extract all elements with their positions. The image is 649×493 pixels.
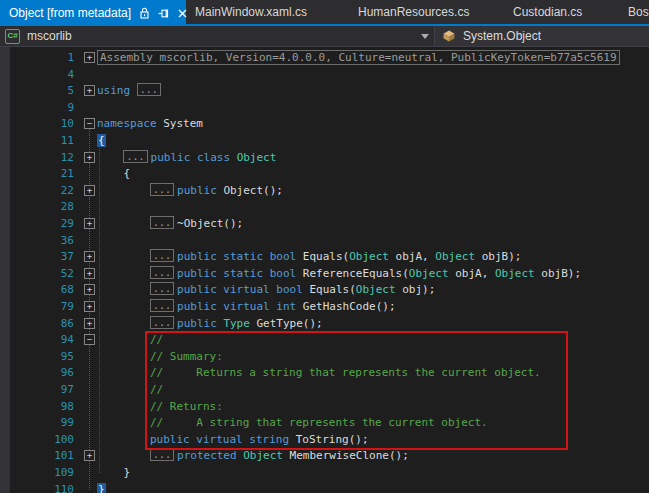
code-line[interactable]: 36: [0, 233, 649, 250]
collapsed-region-box[interactable]: ...: [123, 150, 147, 163]
code-token: Object: [409, 267, 449, 280]
code-token: Object: [243, 449, 283, 462]
line-number: 86: [10, 316, 74, 332]
code-token: public: [177, 317, 223, 330]
code-line[interactable]: 52+...public static bool ReferenceEquals…: [0, 266, 649, 283]
line-number: 1: [10, 50, 74, 66]
close-icon[interactable]: [178, 9, 187, 18]
fold-expand-toggle[interactable]: +: [84, 152, 95, 163]
code-line[interactable]: 10−namespace System: [0, 116, 649, 133]
code-line[interactable]: 109}: [0, 465, 649, 482]
line-number: 97: [10, 382, 74, 398]
code-token: using: [97, 84, 137, 97]
collapsed-region-box[interactable]: ...: [150, 183, 174, 196]
code-line[interactable]: 98// Returns:: [0, 399, 649, 416]
type-dropdown[interactable]: System.Object: [435, 26, 649, 46]
code-token: public virtual string: [150, 433, 296, 446]
collapsed-region-box[interactable]: ...: [150, 448, 174, 461]
line-number: 9: [10, 100, 74, 116]
code-token: Object: [435, 250, 475, 263]
code-line[interactable]: 28: [0, 199, 649, 216]
line-number: 29: [10, 216, 74, 232]
tab-strip: Object [from metadata] MainWindow.xaml.c…: [0, 0, 649, 26]
code-token: ~Object();: [177, 217, 243, 230]
code-line[interactable]: 21{: [0, 166, 649, 183]
tab-mainwindow-xaml-cs[interactable]: MainWindow.xaml.cs: [195, 0, 307, 24]
line-number: 22: [10, 183, 74, 199]
line-number: 28: [10, 199, 74, 215]
code-line[interactable]: 101+...protected Object MemberwiseClone(…: [0, 448, 649, 465]
code-token: public virtual int: [177, 300, 303, 313]
code-line[interactable]: 37+...public static bool Equals(Object o…: [0, 249, 649, 266]
fold-expand-toggle[interactable]: +: [84, 268, 95, 279]
collapsed-region-box[interactable]: ...: [150, 282, 174, 295]
chevron-down-icon[interactable]: [421, 34, 429, 39]
code-token: Assembly mscorlib, Version=4.0.0.0, Cult…: [97, 50, 620, 65]
line-number: 4: [10, 67, 74, 83]
tab-bos-truncated[interactable]: Bos: [628, 0, 649, 24]
code-token: // Returns a string that represents the …: [150, 366, 541, 379]
code-token: Object: [349, 250, 389, 263]
code-line[interactable]: 86+...public Type GetType();: [0, 316, 649, 333]
code-token: objA,: [449, 267, 495, 280]
line-number: 99: [10, 415, 74, 431]
code-token: public virtual bool: [177, 283, 309, 296]
collapsed-region-box[interactable]: ...: [150, 249, 174, 262]
assembly-dropdown[interactable]: C# mscorlib: [0, 26, 434, 46]
fold-expand-toggle[interactable]: +: [84, 318, 95, 329]
collapsed-region-box[interactable]: ...: [150, 299, 174, 312]
pin-icon[interactable]: [158, 8, 169, 19]
collapsed-region-box[interactable]: ...: [150, 216, 174, 229]
code-line[interactable]: 4: [0, 67, 649, 84]
fold-expand-toggle[interactable]: +: [84, 450, 95, 461]
code-line[interactable]: 97//: [0, 382, 649, 399]
fold-expand-toggle[interactable]: +: [84, 218, 95, 229]
line-number: 11: [10, 133, 74, 149]
code-line[interactable]: 96// Returns a string that represents th…: [0, 365, 649, 382]
code-line[interactable]: 12+...public class Object: [0, 150, 649, 167]
code-line[interactable]: 5+using ...: [0, 83, 649, 100]
fold-expand-toggle[interactable]: +: [84, 251, 95, 262]
fold-collapse-toggle[interactable]: −: [84, 118, 95, 129]
code-token: Equals(: [303, 250, 349, 263]
collapsed-region-box[interactable]: ...: [137, 83, 161, 96]
line-number: 37: [10, 249, 74, 265]
fold-collapse-toggle[interactable]: −: [84, 334, 95, 345]
code-line[interactable]: 29+...~Object();: [0, 216, 649, 233]
highlighted-brace: {: [97, 134, 106, 147]
tab-object-from-metadata[interactable]: Object [from metadata]: [0, 0, 186, 26]
code-token: objB);: [535, 267, 581, 280]
code-line[interactable]: 11{: [0, 133, 649, 150]
code-line[interactable]: 94−//: [0, 332, 649, 349]
code-line[interactable]: 9: [0, 100, 649, 117]
code-line[interactable]: 95// Summary:: [0, 349, 649, 366]
code-line[interactable]: 68+...public virtual bool Equals(Object …: [0, 282, 649, 299]
code-line[interactable]: 22+...public Object();: [0, 183, 649, 200]
code-line[interactable]: 1+Assembly mscorlib, Version=4.0.0.0, Cu…: [0, 50, 649, 67]
code-token: objA,: [389, 250, 435, 263]
code-line[interactable]: 110}: [0, 482, 649, 493]
code-token: public static bool: [177, 267, 303, 280]
line-number: 109: [10, 465, 74, 481]
line-number: 52: [10, 266, 74, 282]
code-token: ReferenceEquals(: [303, 267, 409, 280]
tab-humanresources-cs[interactable]: HumanResources.cs: [358, 0, 469, 24]
type-name: System.Object: [463, 29, 541, 43]
code-editor[interactable]: 1+Assembly mscorlib, Version=4.0.0.0, Cu…: [0, 47, 649, 493]
fold-expand-toggle[interactable]: +: [84, 52, 95, 63]
line-number: 5: [10, 83, 74, 99]
code-line[interactable]: 100public virtual string ToString();: [0, 432, 649, 449]
fold-expand-toggle[interactable]: +: [84, 301, 95, 312]
collapsed-region-box[interactable]: ...: [150, 316, 174, 329]
line-number: 100: [10, 432, 74, 448]
code-token: public: [177, 184, 223, 197]
fold-expand-toggle[interactable]: +: [84, 85, 95, 96]
tab-custodian-cs[interactable]: Custodian.cs: [513, 0, 582, 24]
code-line[interactable]: 79+...public virtual int GetHashCode();: [0, 299, 649, 316]
fold-expand-toggle[interactable]: +: [84, 185, 95, 196]
code-line[interactable]: 99// A string that represents the curren…: [0, 415, 649, 432]
collapsed-region-box[interactable]: ...: [150, 266, 174, 279]
fold-expand-toggle[interactable]: +: [84, 284, 95, 295]
line-number: 98: [10, 399, 74, 415]
code-token: {: [123, 167, 130, 180]
